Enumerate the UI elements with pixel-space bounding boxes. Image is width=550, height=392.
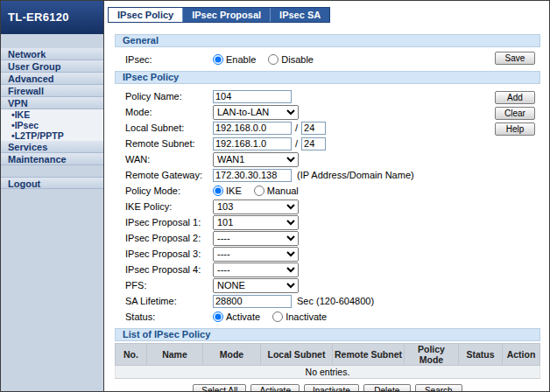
sidebar-item-firewall[interactable]: Firewall — [1, 85, 103, 97]
tab-bar: IPsec Policy IPsec Proposal IPsec SA — [108, 7, 330, 23]
list-section-header: List of IPsec Policy — [115, 328, 540, 341]
sidebar: TL-ER6120 Network User Group Advanced Fi… — [1, 1, 104, 391]
sidebar-item-ike[interactable]: IKE — [1, 109, 103, 120]
sa-lifetime-input[interactable] — [213, 295, 292, 308]
status-inactivate-radio[interactable]: Inactivate — [272, 312, 327, 322]
device-logo: TL-ER6120 — [1, 1, 103, 34]
sidebar-menu: Network User Group Advanced Firewall VPN… — [1, 34, 103, 189]
ipsec-proposal-3-row: IPsec Proposal 3: ---- — [125, 246, 540, 262]
local-subnet-ip-input[interactable] — [213, 122, 292, 135]
ipsec-proposal-2-select[interactable]: ---- — [213, 231, 299, 246]
ipsec-disable-radio[interactable]: Disable — [268, 54, 314, 65]
sa-lifetime-label: SA Lifetime: — [125, 296, 213, 306]
mode-row: Mode: LAN-to-LAN — [125, 104, 540, 120]
policy-mode-manual-input[interactable] — [254, 186, 264, 196]
policy-mode-manual-radio[interactable]: Manual — [254, 186, 299, 196]
sidebar-item-maintenance[interactable]: Maintenance — [1, 153, 103, 165]
sidebar-item-network[interactable]: Network — [1, 48, 103, 60]
ipsec-proposal-3-select[interactable]: ---- — [213, 247, 299, 262]
content-area: General IPsec: Enable Disable Save IPsec… — [104, 23, 549, 392]
remote-gateway-input[interactable] — [213, 169, 292, 182]
ipsec-proposal-1-row: IPsec Proposal 1: 101 — [125, 214, 540, 230]
policy-mode-row: Policy Mode: IKE Manual — [125, 183, 540, 199]
policy-mode-ike-input[interactable] — [213, 186, 223, 196]
col-name: Name — [147, 344, 203, 366]
table-header-row: No. Name Mode Local Subnet Remote Subnet… — [116, 344, 540, 366]
ipsec-label: IPsec: — [125, 54, 213, 65]
clear-button[interactable]: Clear — [495, 107, 535, 120]
ike-policy-row: IKE Policy: 103 — [125, 199, 540, 214]
search-button[interactable]: Search — [415, 384, 462, 392]
inactivate-button[interactable]: Inactivate — [304, 384, 359, 392]
ipsec-policy-table: No. Name Mode Local Subnet Remote Subnet… — [115, 343, 540, 379]
sidebar-item-ipsec[interactable]: IPsec — [1, 120, 103, 130]
remote-subnet-mask-input[interactable] — [301, 137, 326, 150]
sa-lifetime-row: SA Lifetime: Sec (120-604800) — [125, 293, 540, 309]
sidebar-item-l2tp-pptp[interactable]: L2TP/PPTP — [1, 130, 103, 141]
ipsec-proposal-2-label: IPsec Proposal 2: — [125, 233, 213, 243]
col-remote-subnet: Remote Subnet — [333, 344, 405, 366]
sidebar-item-vpn[interactable]: VPN — [1, 97, 103, 109]
ike-policy-select[interactable]: 103 — [213, 200, 299, 214]
wan-select[interactable]: WAN1 — [213, 152, 299, 167]
activate-label: Activate — [226, 312, 260, 322]
side-buttons: Add Clear Help — [495, 91, 535, 136]
tab-ipsec-policy[interactable]: IPsec Policy — [109, 8, 183, 22]
help-button[interactable]: Help — [495, 122, 535, 136]
ipsec-proposal-4-row: IPsec Proposal 4: ---- — [125, 262, 540, 277]
col-action: Action — [503, 344, 540, 366]
wan-row: WAN: WAN1 — [125, 151, 540, 167]
sidebar-item-user-group[interactable]: User Group — [1, 60, 103, 73]
sa-lifetime-note: Sec (120-604800) — [297, 296, 374, 306]
pfs-select[interactable]: NONE — [213, 278, 299, 293]
local-subnet-mask-input[interactable] — [301, 122, 326, 135]
general-section-body: IPsec: Enable Disable Save — [115, 47, 540, 71]
ipsec-enable-radio[interactable]: Enable — [213, 54, 256, 65]
col-policy-mode: Policy Mode — [405, 344, 459, 366]
status-row: Status: Activate Inactivate — [125, 309, 540, 325]
enable-label: Enable — [226, 54, 256, 65]
remote-subnet-ip-input[interactable] — [213, 137, 292, 150]
disable-label: Disable — [281, 54, 314, 65]
ipsec-proposal-4-select[interactable]: ---- — [213, 262, 299, 277]
manual-label: Manual — [267, 186, 299, 196]
mode-label: Mode: — [125, 107, 213, 117]
remote-gateway-label: Remote Gateway: — [125, 170, 213, 180]
ipsec-disable-input[interactable] — [268, 54, 279, 65]
general-section-header: General — [115, 34, 540, 47]
inactivate-label: Inactivate — [286, 312, 327, 322]
remote-subnet-separator: / — [295, 138, 298, 149]
activate-button[interactable]: Activate — [250, 384, 300, 392]
ipsec-policy-section-body: Policy Name: Mode: LAN-to-LAN Local Subn… — [115, 84, 540, 328]
sidebar-item-services[interactable]: Services — [1, 141, 103, 153]
policy-mode-ike-radio[interactable]: IKE — [213, 186, 242, 196]
status-activate-input[interactable] — [213, 312, 223, 322]
policy-name-input[interactable] — [213, 90, 292, 103]
local-subnet-row: Local Subnet: / — [125, 120, 540, 136]
local-subnet-separator: / — [295, 122, 298, 133]
sidebar-item-advanced[interactable]: Advanced — [1, 73, 103, 85]
remote-subnet-label: Remote Subnet: — [125, 138, 213, 149]
ipsec-enable-input[interactable] — [213, 54, 223, 65]
ipsec-policy-section-header: IPsec Policy — [115, 71, 540, 84]
save-button[interactable]: Save — [495, 52, 535, 65]
remote-subnet-row: Remote Subnet: / — [125, 136, 540, 151]
select-all-button[interactable]: Select All — [193, 384, 246, 392]
sidebar-item-logout[interactable]: Logout — [1, 177, 103, 189]
ipsec-proposal-1-select[interactable]: 101 — [213, 215, 299, 230]
status-activate-radio[interactable]: Activate — [213, 312, 260, 322]
add-button[interactable]: Add — [495, 91, 535, 104]
delete-button[interactable]: Delete — [363, 384, 411, 392]
tab-ipsec-proposal[interactable]: IPsec Proposal — [183, 8, 271, 22]
empty-message: No entries. — [116, 366, 540, 379]
ipsec-proposal-2-row: IPsec Proposal 2: ---- — [125, 230, 540, 246]
tab-ipsec-sa[interactable]: IPsec SA — [271, 8, 329, 22]
policy-name-label: Policy Name: — [125, 91, 213, 102]
status-inactivate-input[interactable] — [272, 312, 283, 322]
local-subnet-label: Local Subnet: — [125, 122, 213, 133]
col-status: Status — [459, 344, 503, 366]
wan-label: WAN: — [125, 154, 213, 164]
policy-mode-label: Policy Mode: — [125, 186, 213, 196]
table-actions: Select All Activate Inactivate Delete Se… — [115, 384, 540, 392]
mode-select[interactable]: LAN-to-LAN — [213, 105, 299, 120]
